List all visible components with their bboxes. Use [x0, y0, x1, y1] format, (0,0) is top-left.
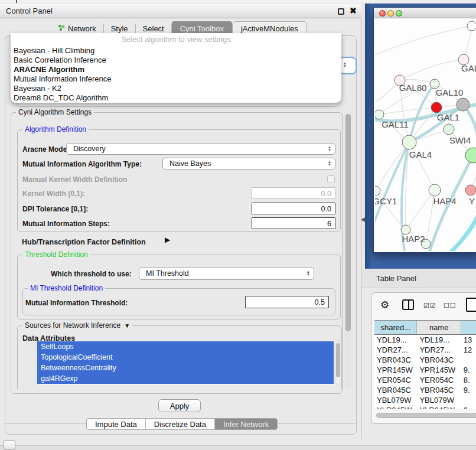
network-node[interactable] — [375, 110, 384, 119]
manual-kernel-label: Manual Kernel Width Definition — [22, 175, 127, 184]
expand-right-icon[interactable]: ▶ — [165, 236, 170, 244]
mi-threshold-group-title: MI Threshold Definition — [28, 284, 105, 292]
collapse-down-icon[interactable]: ▼ — [122, 322, 130, 329]
aracne-mode-combo[interactable]: Discovery ▲▼ — [66, 143, 335, 155]
network-node[interactable] — [467, 21, 476, 31]
focused-combo-fragment[interactable]: ▲▼ — [339, 57, 357, 74]
bottom-tab-discretize-data[interactable]: Discretize Data — [146, 419, 214, 429]
scrollbar-thumb[interactable] — [376, 413, 476, 418]
algorithm-option[interactable]: Dream8 DC_TDC Algorithm — [11, 93, 341, 103]
dpi-tolerance-label: DPI Tolerance [0,1]: — [22, 205, 88, 213]
mi-steps-field[interactable]: 6 — [252, 217, 335, 229]
network-canvas[interactable]: GALGAL80GAL10GAL1GAL11SWI4GAL4GCY1HAP4YH… — [375, 18, 476, 251]
attribute-item[interactable]: BetweennessCentrality — [37, 363, 334, 373]
mi-type-label: Mutual Information Algorithm Type: — [22, 160, 142, 168]
algorithm-option[interactable]: Bayesian - Hill Climbing — [11, 46, 341, 56]
document-icon[interactable] — [466, 298, 476, 312]
table-row[interactable]: YER054CYER054C8. — [374, 375, 476, 385]
network-node[interactable] — [431, 102, 442, 113]
node-label: GAL11 — [382, 119, 409, 129]
network-node[interactable] — [375, 186, 380, 195]
tab-label: Cyni Toolbox — [180, 24, 224, 33]
tab-label: Style — [111, 24, 128, 33]
settings-vertical-scrollbar[interactable] — [344, 112, 351, 389]
scrollbar-thumb[interactable] — [336, 343, 340, 377]
table-row[interactable]: YBR045CYBR045C9. — [374, 385, 476, 395]
algorithm-option[interactable]: ARACNE Algorithm — [11, 65, 341, 74]
mouse-cursor-icon — [361, 217, 365, 222]
network-node[interactable] — [465, 148, 476, 163]
minimize-traffic-light-icon[interactable] — [387, 10, 394, 17]
network-node[interactable] — [429, 184, 441, 196]
cell: YLR345W — [417, 405, 461, 409]
cell: YER054C — [374, 375, 417, 385]
algorithm-option[interactable]: Bayesian - K2 — [11, 84, 341, 93]
algorithm-option[interactable]: Mutual Information Inference — [11, 74, 341, 84]
attributes-scrollbar[interactable] — [335, 341, 341, 384]
bottom-left-button[interactable] — [4, 440, 15, 450]
attribute-item[interactable]: gal4RGexp — [37, 373, 334, 384]
network-node[interactable] — [444, 124, 454, 135]
float-window-icon[interactable] — [338, 8, 344, 15]
bottom-tab-infer-network[interactable]: Infer Network — [215, 419, 277, 429]
combo-spinner-icon: ▲▼ — [328, 161, 331, 167]
column-header-name[interactable]: name — [417, 321, 461, 334]
which-threshold-combo[interactable]: MI Threshold ▲▼ — [139, 267, 314, 280]
kernel-width-field[interactable]: 0.0 — [252, 187, 335, 199]
bottom-tab-bar: Impute DataDiscretize DataInfer Network — [86, 418, 278, 430]
hub-definition-label[interactable]: Hub/Transcription Factor Definition — [22, 238, 146, 246]
settings-group-title: Cyni Algorithm Settings — [16, 108, 94, 116]
table-panel-window: ⚙ ☑☑ ☐☐ shared...name YDL19...YDL19...13… — [371, 292, 476, 424]
bottom-tab-impute-data[interactable]: Impute Data — [87, 419, 145, 429]
table-row[interactable]: YLR345WYLR345W9. — [374, 405, 476, 409]
algorithm-option[interactable]: Basic Correlation Inference — [11, 56, 341, 65]
network-edge[interactable] — [449, 212, 476, 251]
attribute-item[interactable]: TopologicalCoefficient — [37, 352, 334, 363]
network-node[interactable] — [457, 98, 470, 111]
node-label: GAL80 — [399, 83, 427, 93]
close-traffic-light-icon[interactable] — [379, 10, 386, 17]
table-row[interactable]: YBL079WYBL079W — [374, 395, 476, 405]
table-row[interactable]: YPR145WYPR145W9. — [374, 365, 476, 375]
algorithm-dropdown-popup: Select algorithm to view settings Bayesi… — [11, 33, 341, 103]
mi-threshold-group: MI Threshold Definition Mutual Informati… — [22, 288, 335, 315]
cell: 8. — [461, 375, 476, 385]
split-column-icon[interactable] — [402, 299, 414, 310]
table-row[interactable]: YDR27...YDR27...12 — [374, 345, 476, 355]
dpi-tolerance-field[interactable]: 0.0 — [252, 203, 335, 214]
network-edge[interactable] — [400, 60, 464, 80]
mi-threshold-field[interactable]: 0.5 — [245, 296, 329, 308]
attribute-item[interactable]: SelfLoops — [37, 341, 334, 352]
network-node[interactable] — [401, 225, 410, 234]
scrollbar-thumb[interactable] — [345, 114, 351, 331]
node-label: HAP4 — [433, 196, 456, 206]
settings-gear-icon[interactable]: ⚙ — [380, 299, 389, 311]
manual-kernel-checkbox[interactable] — [327, 175, 335, 183]
which-threshold-value: MI Threshold — [139, 269, 307, 278]
maximize-traffic-light-icon[interactable] — [396, 10, 402, 17]
cell: YER054C — [417, 375, 461, 385]
close-icon[interactable]: ✖ — [350, 6, 357, 15]
combo-spinner-icon: ▲▼ — [343, 62, 347, 68]
column-header-col2[interactable] — [461, 321, 476, 334]
algorithm-list: Bayesian - Hill ClimbingBasic Correlatio… — [11, 46, 341, 103]
column-header-shared...[interactable]: shared... — [374, 321, 417, 334]
sources-group-title[interactable]: Sources for Network Inference ▼ — [22, 321, 132, 330]
which-threshold-label: Which threshold to use: — [51, 270, 132, 278]
node-table[interactable]: shared...name YDL19...YDL19...13YDR27...… — [374, 320, 476, 409]
table-horizontal-scrollbar[interactable] — [376, 413, 476, 419]
network-edge[interactable] — [375, 26, 472, 55]
mi-type-combo[interactable]: Naive Bayes ▲▼ — [162, 158, 335, 169]
network-window-titlebar[interactable] — [374, 8, 476, 18]
table-row[interactable]: YBR043CYBR043C — [374, 355, 476, 365]
network-view-window[interactable]: GALGAL80GAL10GAL1GAL11SWI4GAL4GCY1HAP4YH… — [373, 7, 476, 253]
deselect-all-icon[interactable]: ☐☐ — [444, 302, 457, 309]
select-all-icon[interactable]: ☑☑ — [423, 302, 436, 309]
network-edge[interactable] — [406, 190, 435, 230]
apply-button[interactable]: Apply — [158, 399, 201, 412]
cell: 12 — [461, 345, 476, 355]
table-row[interactable]: YDL19...YDL19...13 — [374, 335, 476, 345]
data-attributes-list[interactable]: SelfLoopsTopologicalCoefficientBetweenne… — [37, 341, 334, 384]
network-node[interactable] — [402, 135, 416, 149]
network-node[interactable] — [465, 185, 476, 195]
